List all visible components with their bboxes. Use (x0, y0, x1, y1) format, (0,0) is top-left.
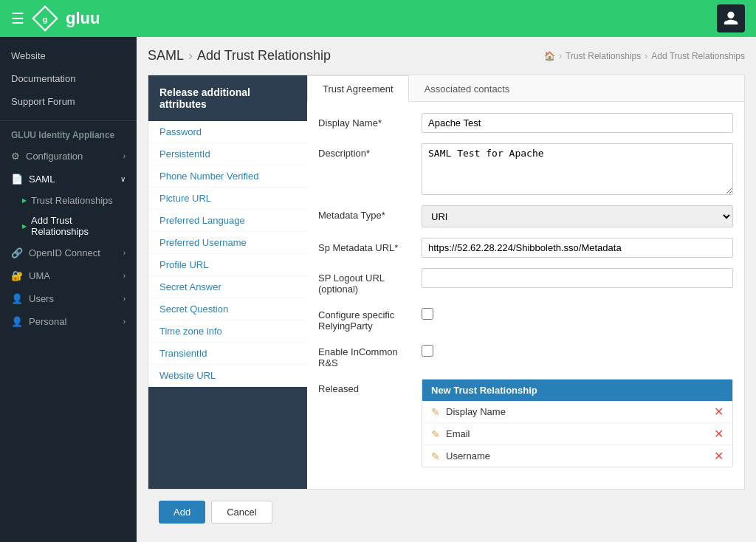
configure-relying-party-label: Configure specific RelyingParty (318, 305, 414, 332)
enable-incommon-checkbox[interactable] (422, 345, 433, 357)
page-subtitle: Add Trust Relationship (197, 48, 331, 64)
attr-persistentid[interactable]: PersistentId (148, 143, 307, 165)
sp-metadata-url-row: Sp Metadata URL* (318, 238, 733, 258)
metadata-type-label: Metadata Type* (318, 205, 414, 221)
released-row: Released New Trust Relationship ✎ Displa… (318, 379, 733, 467)
sidebar-item-website[interactable]: Website (0, 44, 137, 67)
sidebar-item-users[interactable]: 👤 Users › (0, 287, 137, 310)
gear-icon: ⚙ (11, 151, 20, 162)
sidebar-label-personal: Personal (29, 316, 66, 327)
sidebar-item-uma[interactable]: 🔐 UMA › (0, 264, 137, 287)
breadcrumb-add-trust: Add Trust Relationships (651, 51, 745, 61)
sp-metadata-url-label: Sp Metadata URL* (318, 238, 414, 253)
attr-transientid[interactable]: TransientId (148, 343, 307, 365)
user-icon (723, 10, 739, 27)
sidebar-item-openid[interactable]: 🔗 OpenID Connect › (0, 241, 137, 264)
sidebar-top-links: Website Documentation Support Forum (0, 37, 137, 121)
attr-website-url[interactable]: Website URL (148, 365, 307, 387)
sp-logout-url-label: SP Logout URL (optional) (318, 268, 414, 295)
breadcrumb-trust[interactable]: Trust Relationships (566, 51, 641, 61)
attr-profile-url[interactable]: Profile URL (148, 254, 307, 276)
svg-text:g: g (43, 15, 48, 24)
tab-bar: Trust Agreement Associated contacts (307, 75, 744, 102)
enable-incommon-label: Enable InCommon R&S (318, 342, 414, 368)
uma-chevron-icon: › (123, 272, 126, 280)
breadcrumb: 🏠 › Trust Relationships › Add Trust Rela… (544, 51, 745, 61)
released-name-email: Email (446, 428, 470, 439)
page-header: SAML › Add Trust Relationship 🏠 › Trust … (148, 48, 745, 64)
sidebar-item-documentation[interactable]: Documentation (0, 67, 137, 90)
sidebar-label-openid: OpenID Connect (29, 247, 100, 258)
released-table-header: New Trust Relationship (422, 380, 732, 401)
openid-icon: 🔗 (11, 247, 23, 258)
attr-preferred-language[interactable]: Preferred Language (148, 210, 307, 232)
attribute-list: Password PersistentId Phone Number Verif… (148, 121, 307, 387)
sidebar-sub-trust-relationships[interactable]: ▶ Trust Relationships (0, 191, 137, 210)
description-row: Description* SAML Test for Apache (318, 143, 733, 195)
sidebar-item-support[interactable]: Support Forum (0, 90, 137, 113)
right-panel: Trust Agreement Associated contacts Disp… (307, 75, 744, 489)
app-name: gluu (66, 9, 100, 28)
uma-icon: 🔐 (11, 270, 23, 281)
add-button[interactable]: Add (159, 501, 205, 524)
tri-icon: ▶ (22, 197, 27, 204)
sidebar-item-personal[interactable]: 👤 Personal › (0, 310, 137, 333)
released-name-username: Username (446, 450, 490, 462)
display-name-input[interactable] (422, 113, 733, 133)
sp-logout-url-input[interactable] (422, 268, 733, 288)
content-area: SAML › Add Trust Relationship 🏠 › Trust … (137, 37, 756, 542)
page-title-saml: SAML (148, 48, 184, 64)
tab-associated-contacts[interactable]: Associated contacts (409, 75, 526, 102)
released-row-username: ✎ Username ✕ (422, 445, 732, 467)
enable-incommon-row: Enable InCommon R&S (318, 342, 733, 368)
sidebar-label-configuration: Configuration (26, 151, 83, 162)
top-nav: ☰ g gluu (0, 0, 756, 37)
released-row-email: ✎ Email ✕ (422, 423, 732, 445)
remove-username-icon[interactable]: ✕ (714, 449, 724, 463)
metadata-type-select[interactable]: URI File None (422, 205, 733, 227)
users-icon: 👤 (11, 293, 23, 304)
released-row-left-username: ✎ Username (431, 450, 490, 462)
sidebar-section-label: GLUU Identity Appliance (0, 121, 137, 145)
display-name-row: Display Name* (318, 113, 733, 133)
sidebar-item-configuration[interactable]: ⚙ Configuration › (0, 145, 137, 168)
saml-submenu: ▶ Trust Relationships ▶ Add Trust Relati… (0, 191, 137, 241)
configure-relying-party-checkbox[interactable] (422, 308, 433, 320)
attribute-panel-header: Release additional attributes (148, 75, 307, 121)
attr-preferred-username[interactable]: Preferred Username (148, 232, 307, 254)
released-name-display: Display Name (446, 406, 506, 417)
description-input[interactable]: SAML Test for Apache (422, 143, 733, 195)
sidebar-item-saml[interactable]: 📄 SAML ∨ (0, 168, 137, 191)
attr-phone-verified[interactable]: Phone Number Verified (148, 165, 307, 188)
title-arrow-icon: › (188, 48, 193, 64)
sidebar-sub-add-trust[interactable]: ▶ Add Trust Relationships (0, 210, 137, 241)
sidebar-sub-label-trust: Trust Relationships (31, 195, 113, 206)
released-row-left-display-name: ✎ Display Name (431, 406, 506, 418)
attr-timezone[interactable]: Time zone info (148, 320, 307, 343)
released-table: New Trust Relationship ✎ Display Name ✕ (422, 379, 733, 467)
attr-secret-question[interactable]: Secret Question (148, 298, 307, 320)
description-label: Description* (318, 143, 414, 159)
main-panel: Release additional attributes Password P… (148, 75, 745, 490)
logo-area: ☰ g gluu (11, 5, 100, 32)
sidebar-label-users: Users (29, 293, 54, 304)
released-label: Released (318, 379, 414, 394)
chevron-down-icon: ∨ (120, 175, 126, 183)
attr-password[interactable]: Password (148, 121, 307, 143)
breadcrumb-sep2: › (645, 51, 647, 61)
breadcrumb-home-icon[interactable]: 🏠 (544, 51, 555, 61)
cancel-button[interactable]: Cancel (211, 501, 272, 524)
chevron-right-icon: › (123, 152, 126, 160)
tab-trust-agreement[interactable]: Trust Agreement (307, 75, 409, 102)
sidebar-label-saml: SAML (29, 174, 55, 185)
attr-picture-url[interactable]: Picture URL (148, 188, 307, 210)
user-avatar[interactable] (717, 4, 745, 32)
remove-display-name-icon[interactable]: ✕ (714, 405, 724, 419)
attr-secret-answer[interactable]: Secret Answer (148, 276, 307, 298)
pin-icon-display-name: ✎ (431, 406, 440, 418)
hamburger-icon[interactable]: ☰ (11, 10, 24, 27)
metadata-type-row: Metadata Type* URI File None (318, 205, 733, 227)
sp-metadata-url-input[interactable] (422, 238, 733, 258)
remove-email-icon[interactable]: ✕ (714, 427, 724, 441)
configure-relying-party-row: Configure specific RelyingParty (318, 305, 733, 332)
